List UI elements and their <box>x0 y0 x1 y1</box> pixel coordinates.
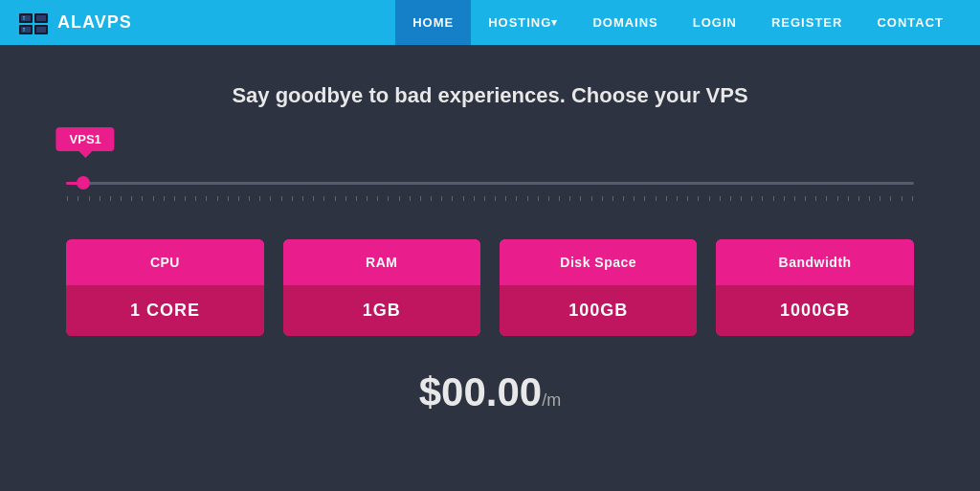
slider-tick <box>292 196 293 201</box>
slider-tick <box>826 196 827 201</box>
slider-tick <box>249 196 250 201</box>
slider-tick <box>100 196 100 201</box>
slider-tick <box>623 196 624 201</box>
slider-tick <box>644 196 645 201</box>
slider-tick <box>89 196 90 201</box>
slider-tick <box>228 196 229 201</box>
svg-rect-4 <box>21 15 31 21</box>
slider-tick <box>420 196 421 201</box>
slider-tick <box>484 196 485 201</box>
slider-tick <box>388 196 389 201</box>
slider-tick <box>869 196 870 201</box>
card-label: CPU <box>66 239 263 285</box>
slider-tick <box>720 196 721 201</box>
slider-section: VPS1 <box>66 137 914 201</box>
slider-tick <box>281 196 282 201</box>
slider-tick <box>441 196 442 201</box>
nav-item-contact[interactable]: CONTACT <box>859 0 961 45</box>
slider-tick <box>784 196 785 201</box>
slider-tick <box>815 196 816 201</box>
brand-icon <box>19 10 50 36</box>
cards-section: CPU 1 CORE RAM 1GB Disk Space 100GB Band… <box>66 239 914 336</box>
slider-tick <box>794 196 795 201</box>
slider-tick <box>548 196 549 201</box>
slider-tick <box>121 196 122 201</box>
slider-tick <box>399 196 400 201</box>
nav-item-register[interactable]: REGISTER <box>754 0 859 45</box>
slider-tick <box>848 196 849 201</box>
slider-tick <box>206 196 207 201</box>
card-value: 1 CORE <box>66 285 263 336</box>
slider-tick <box>612 196 613 201</box>
nav-items: HOME HOSTING DOMAINS LOGIN REGISTER CONT… <box>395 0 961 45</box>
slider-tick <box>677 196 678 201</box>
slider-tick <box>858 196 859 201</box>
vps-card: Disk Space 100GB <box>500 239 697 336</box>
slider-tick <box>302 196 303 201</box>
slider-tick <box>505 196 506 201</box>
slider-tick <box>323 196 324 201</box>
brand-name: ALAVPS <box>57 12 132 33</box>
price-amount: $00.00 <box>419 369 542 414</box>
slider-tick <box>164 196 165 201</box>
slider-tick <box>474 196 475 201</box>
slider-tick <box>174 196 175 201</box>
nav-item-hosting[interactable]: HOSTING <box>471 0 575 45</box>
slider-tick <box>67 196 68 201</box>
slider-tick <box>602 196 603 201</box>
card-label: Disk Space <box>500 239 697 285</box>
card-value: 1000GB <box>716 285 913 336</box>
slider-tick <box>335 196 336 201</box>
slider-tick <box>709 196 710 201</box>
slider-tick <box>634 196 635 201</box>
nav-item-login[interactable]: LOGIN <box>676 0 754 45</box>
slider-tick <box>110 196 111 201</box>
slider-tick <box>270 196 271 201</box>
slider-tick <box>516 196 517 201</box>
nav-item-home[interactable]: HOME <box>395 0 471 45</box>
slider-tick <box>559 196 560 201</box>
nav-item-domains[interactable]: DOMAINS <box>575 0 675 45</box>
slider-tick <box>153 196 154 201</box>
slider-tick <box>377 196 378 201</box>
slider-tick <box>142 196 143 201</box>
slider-tick <box>580 196 581 201</box>
headline: Say goodbye to bad experiences. Choose y… <box>232 83 747 108</box>
slider-tick <box>452 196 453 201</box>
slider-tick <box>410 196 411 201</box>
price-section: $00.00/m <box>419 369 561 415</box>
brand: ALAVPS <box>19 10 132 36</box>
svg-rect-8 <box>23 16 25 18</box>
slider-tick <box>313 196 314 201</box>
slider-tick <box>217 196 218 201</box>
slider-tick <box>131 196 132 201</box>
slider-tick <box>912 196 913 201</box>
slider-tick <box>741 196 742 201</box>
slider-tick <box>666 196 667 201</box>
slider-tick <box>345 196 346 201</box>
svg-rect-6 <box>36 15 46 21</box>
slider-tooltip: VPS1 <box>56 127 115 151</box>
slider-thumb[interactable] <box>77 176 90 190</box>
vps-card: CPU 1 CORE <box>66 239 263 336</box>
slider-tick <box>431 196 432 201</box>
slider-tick <box>538 196 539 201</box>
slider-tick <box>78 196 78 201</box>
slider-tick <box>259 196 260 201</box>
slider-tick <box>463 196 464 201</box>
vps-card: Bandwidth 1000GB <box>716 239 913 336</box>
slider-tick <box>367 196 368 201</box>
slider-tick <box>495 196 496 201</box>
slider-tick <box>902 196 902 201</box>
svg-rect-9 <box>23 18 25 19</box>
slider-tick <box>238 196 239 201</box>
vps-card: RAM 1GB <box>283 239 480 336</box>
navbar: ALAVPS HOME HOSTING DOMAINS LOGIN REGIST… <box>0 0 980 45</box>
slider-tick <box>730 196 731 201</box>
svg-rect-11 <box>23 30 25 31</box>
slider-ticks <box>66 196 914 201</box>
slider-tick <box>185 196 186 201</box>
slider-tick <box>698 196 699 201</box>
slider-tick <box>890 196 891 201</box>
slider-tick <box>527 196 528 201</box>
